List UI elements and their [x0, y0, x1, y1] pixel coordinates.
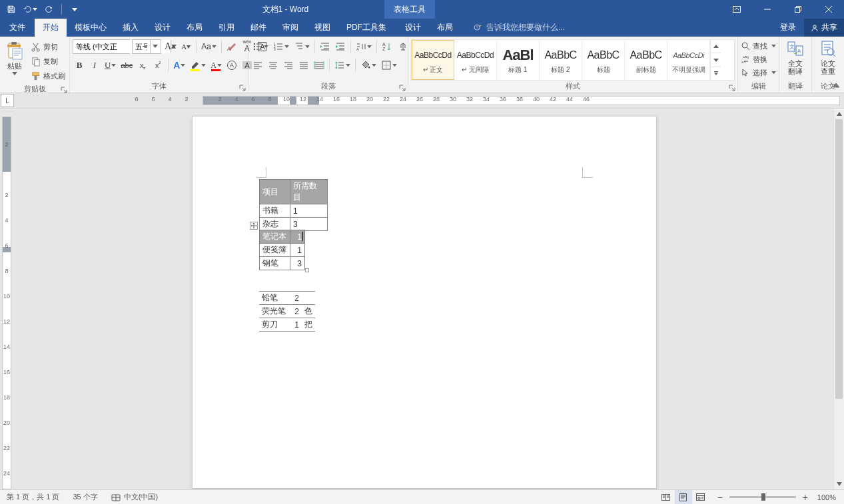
page[interactable]: 项目所需数目 书籍1 杂志3 笔记本1 便笺簿1 钢笔3 铅笔2 荧光笔2色 剪…	[193, 117, 656, 488]
zoom-out-button[interactable]: −	[715, 493, 725, 502]
scroll-up-button[interactable]	[834, 109, 844, 119]
tell-me-search[interactable]: 告诉我您想要做什么...	[473, 19, 772, 37]
page-number-status[interactable]: 第 1 页，共 1 页	[0, 490, 66, 504]
select-button[interactable]: 选择	[741, 66, 776, 79]
styles-dialog-launcher[interactable]	[728, 83, 736, 91]
underline-button[interactable]: U	[103, 58, 117, 73]
tab-home[interactable]: 开始	[35, 19, 67, 37]
align-left-button[interactable]	[251, 58, 264, 73]
horizontal-ruler[interactable]: 8642246810121416182022242628303234363840…	[14, 95, 844, 107]
table-move-handle[interactable]	[250, 222, 258, 230]
style-no-spacing[interactable]: AaBbCcDd↵ 无间隔	[454, 40, 497, 80]
table-2[interactable]: 笔记本1 便笺簿1 钢笔3	[259, 230, 305, 270]
multilevel-list-button[interactable]	[292, 39, 311, 54]
italic-button[interactable]: I	[88, 58, 101, 73]
tab-selector[interactable]: L	[1, 94, 14, 107]
ribbon-display-options-button[interactable]	[721, 0, 752, 19]
justify-button[interactable]	[297, 58, 310, 73]
thesis-check-button[interactable]: 论文 查重	[815, 39, 841, 75]
font-size-combo[interactable]	[132, 39, 161, 54]
change-case-button[interactable]: Aa	[200, 39, 218, 54]
undo-button[interactable]	[21, 1, 39, 17]
share-button[interactable]: 共享	[804, 19, 844, 37]
clipboard-dialog-launcher[interactable]	[60, 85, 68, 93]
style-title[interactable]: AaBbC标题	[582, 40, 625, 80]
tab-design[interactable]: 设计	[147, 19, 179, 37]
superscript-button[interactable]: x²	[151, 58, 165, 73]
font-size-input[interactable]	[133, 40, 150, 53]
strikethrough-button[interactable]: abc	[119, 58, 134, 73]
highlight-button[interactable]	[189, 58, 207, 73]
show-paragraph-marks-button[interactable]	[396, 39, 409, 54]
save-button[interactable]	[3, 1, 20, 17]
zoom-in-button[interactable]: +	[800, 493, 811, 502]
tab-insert[interactable]: 插入	[115, 19, 147, 37]
qat-customize-button[interactable]	[66, 1, 83, 17]
find-button[interactable]: 查找	[741, 39, 776, 53]
tab-review[interactable]: 审阅	[274, 19, 306, 37]
enclosed-char-button[interactable]: A	[225, 58, 238, 73]
scroll-thumb[interactable]	[835, 119, 843, 399]
font-size-dropdown[interactable]	[150, 40, 159, 53]
zoom-slider[interactable]	[729, 496, 796, 498]
close-button[interactable]	[813, 0, 844, 19]
align-center-button[interactable]	[266, 58, 280, 73]
maximize-button[interactable]	[783, 0, 813, 19]
tab-table-layout[interactable]: 布局	[429, 19, 461, 37]
format-painter-button[interactable]: 格式刷	[29, 69, 67, 83]
collapse-ribbon-button[interactable]	[831, 81, 841, 91]
cut-button[interactable]: 剪切	[29, 40, 67, 54]
zoom-slider-thumb[interactable]	[761, 493, 765, 501]
style-subtle-emphasis[interactable]: AaBbCcDi不明显强调	[667, 40, 710, 80]
subscript-button[interactable]: x₂	[136, 58, 149, 73]
tab-table-design[interactable]: 设计	[397, 19, 429, 37]
minimize-button[interactable]	[752, 0, 783, 19]
sort-button[interactable]: AZ	[380, 39, 394, 54]
replace-button[interactable]: ab替换	[741, 53, 767, 66]
shrink-font-button[interactable]: A	[179, 39, 193, 54]
style-normal[interactable]: AaBbCcDd↵ 正文	[412, 40, 454, 80]
font-color-button[interactable]: A	[209, 58, 223, 73]
vertical-scrollbar[interactable]	[833, 109, 844, 489]
paste-button[interactable]: 粘贴	[3, 39, 27, 76]
text-effects-button[interactable]: A	[172, 58, 187, 73]
shading-button[interactable]	[359, 58, 378, 73]
style-gallery-more[interactable]	[711, 67, 721, 80]
line-spacing-button[interactable]	[333, 58, 352, 73]
tab-mailings[interactable]: 邮件	[242, 19, 274, 37]
full-translate-button[interactable]: 文A 全文 翻译	[782, 39, 809, 75]
language-status[interactable]: 中文(中国)	[105, 490, 165, 504]
copy-button[interactable]: 复制	[29, 55, 67, 69]
style-gallery-up[interactable]	[711, 40, 721, 53]
bold-button[interactable]: B	[73, 58, 86, 73]
redo-button[interactable]	[40, 1, 57, 17]
web-layout-button[interactable]	[692, 490, 709, 504]
bullets-button[interactable]	[251, 39, 270, 54]
asian-layout-button[interactable]: A	[354, 39, 373, 54]
decrease-indent-button[interactable]	[318, 39, 332, 54]
grow-font-button[interactable]: A	[163, 39, 177, 54]
tab-layout[interactable]: 布局	[179, 19, 211, 37]
numbering-button[interactable]: 123	[272, 39, 290, 54]
tab-template[interactable]: 模板中心	[67, 19, 115, 37]
vertical-ruler[interactable]: 224681012141618202224	[1, 109, 13, 489]
style-subtitle[interactable]: AaBbC副标题	[625, 40, 667, 80]
distributed-button[interactable]	[312, 58, 326, 73]
tab-view[interactable]: 视图	[306, 19, 338, 37]
read-mode-button[interactable]	[657, 490, 675, 504]
increase-indent-button[interactable]	[334, 39, 347, 54]
clear-formatting-button[interactable]: A	[225, 39, 238, 54]
tab-file[interactable]: 文件	[0, 19, 35, 37]
table-3[interactable]: 铅笔2 荧光笔2色 剪刀1把	[259, 291, 315, 332]
tab-pdf[interactable]: PDF工具集	[338, 19, 394, 37]
login-button[interactable]: 登录	[772, 19, 804, 37]
table-1[interactable]: 项目所需数目 书籍1 杂志3	[259, 179, 328, 231]
table-resize-handle[interactable]	[305, 268, 309, 272]
align-right-button[interactable]	[282, 58, 295, 73]
tab-references[interactable]: 引用	[211, 19, 242, 37]
scroll-down-button[interactable]	[834, 479, 844, 489]
font-dialog-launcher[interactable]	[238, 83, 246, 91]
borders-button[interactable]	[380, 58, 398, 73]
print-layout-button[interactable]	[675, 490, 692, 504]
paragraph-dialog-launcher[interactable]	[398, 83, 406, 91]
